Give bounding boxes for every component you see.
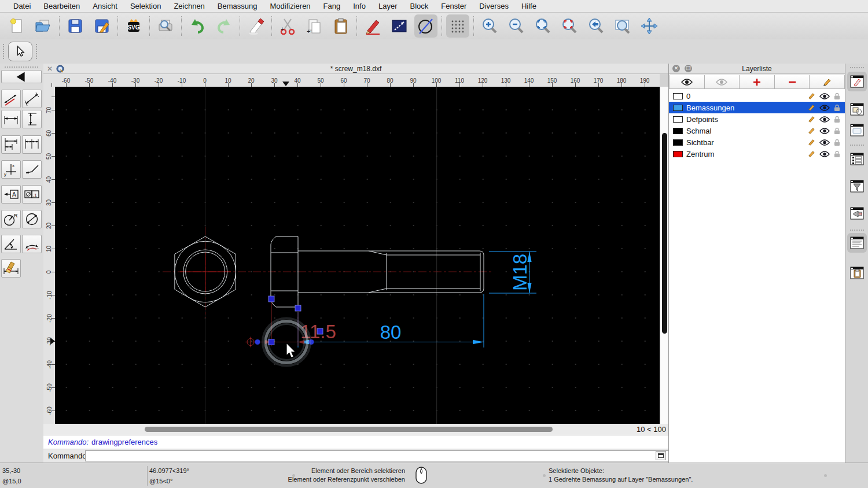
menu-item[interactable]: Ansicht (86, 2, 124, 10)
undo-button[interactable] (186, 14, 209, 38)
paste-button[interactable] (329, 14, 352, 38)
menu-item[interactable]: Datei (7, 2, 37, 10)
layer-edit-icon[interactable] (807, 116, 815, 123)
horizontal-scrollbar-thumb[interactable] (145, 427, 553, 432)
menu-item[interactable]: Diverses (473, 2, 515, 10)
dimension-m18[interactable]: M18 (489, 252, 536, 293)
edit-layer-button[interactable] (810, 75, 845, 89)
command-input[interactable] (85, 450, 694, 461)
layer-row[interactable]: Bemassungen (669, 102, 845, 113)
dim-leader-button[interactable] (22, 160, 42, 179)
copy-button[interactable]: + (303, 14, 326, 38)
pan-button[interactable] (638, 14, 661, 38)
open-file-button[interactable] (32, 14, 55, 38)
toolbar-handle[interactable] (3, 44, 4, 59)
save-as-button[interactable] (90, 14, 113, 38)
dock-handle[interactable] (850, 67, 864, 68)
menu-item[interactable]: Modifizieren (264, 2, 317, 10)
dim-baseline-button[interactable] (1, 135, 21, 154)
selection-tool-button[interactable] (8, 42, 32, 61)
add-layer-button[interactable] (740, 75, 775, 89)
menu-item[interactable]: Info (347, 2, 372, 10)
hide-all-layers-button[interactable] (705, 75, 740, 89)
block-list-toggle[interactable] (847, 99, 867, 119)
layer-row[interactable]: Sichtbar (669, 136, 845, 148)
toolbar-handle[interactable] (36, 44, 37, 59)
layer-edit-icon[interactable] (807, 127, 815, 134)
layer-lock-icon[interactable] (834, 116, 840, 123)
circle-tool-button[interactable] (414, 14, 437, 38)
vertical-scrollbar-thumb[interactable] (662, 133, 667, 334)
previous-view-button[interactable] (584, 14, 608, 38)
dim-ordinate-button[interactable]: xy (1, 160, 21, 179)
new-file-button[interactable] (5, 14, 28, 38)
dim-rotated-button[interactable] (22, 90, 42, 108)
dim-aligned-button[interactable] (1, 90, 21, 108)
layer-row[interactable]: Schmal (669, 125, 845, 136)
layer-lock-icon[interactable] (834, 104, 840, 112)
dimension-text-80[interactable]: 80 (380, 321, 402, 343)
save-button[interactable] (64, 14, 87, 38)
cut-button[interactable]: + (276, 14, 299, 38)
layer-visibility-icon[interactable] (819, 116, 830, 123)
auto-zoom-button[interactable] (531, 14, 554, 38)
info-panel-toggle[interactable] (847, 233, 867, 253)
layer-visibility-icon[interactable] (819, 93, 830, 99)
panel-handle[interactable] (5, 66, 38, 68)
layer-edit-icon[interactable] (807, 104, 815, 111)
drawing-canvas[interactable]: 80 M18 (55, 87, 660, 424)
menu-item[interactable]: Block (403, 2, 435, 10)
layer-lock-icon[interactable] (834, 93, 840, 100)
layer-edit-icon[interactable] (807, 93, 815, 99)
layer-row[interactable]: Defpoints (669, 113, 845, 125)
menu-item[interactable]: Fenster (435, 2, 473, 10)
layer-edit-icon[interactable] (807, 139, 815, 146)
line-tool-button[interactable] (388, 14, 411, 38)
zoom-in-button[interactable] (478, 14, 501, 38)
menu-item[interactable]: Zeichnen (167, 2, 211, 10)
view-list-toggle[interactable] (847, 120, 867, 140)
zoom-selection-button[interactable] (558, 14, 581, 38)
command-expand-button[interactable] (656, 451, 666, 460)
layer-row[interactable]: Zentrum (669, 148, 845, 160)
selection-filter-toggle[interactable] (847, 176, 867, 196)
layer-edit-icon[interactable] (807, 150, 815, 157)
menu-item[interactable]: Bearbeiten (37, 2, 86, 10)
grid-toggle-button[interactable] (446, 14, 469, 38)
dim-tolerance-button[interactable]: .1 (22, 185, 42, 204)
layer-row[interactable]: 0 (669, 90, 845, 102)
zoom-out-button[interactable] (505, 14, 528, 38)
draw-pencil-button[interactable] (361, 14, 384, 38)
layer-visibility-icon[interactable] (819, 139, 830, 146)
menu-item[interactable]: Layer (372, 2, 404, 10)
menu-item[interactable]: Fang (317, 2, 347, 10)
redo-button[interactable] (212, 14, 236, 38)
dim-vertical-button[interactable] (22, 110, 42, 128)
menu-item[interactable]: Selektion (124, 2, 167, 10)
show-all-layers-button[interactable] (669, 75, 705, 89)
dim-label-button[interactable]: A (1, 185, 21, 204)
print-preview-button[interactable] (154, 14, 177, 38)
layer-lock-icon[interactable] (834, 127, 840, 135)
svg-export-button[interactable]: SVG (122, 14, 145, 38)
dimension-text-m18[interactable]: M18 (509, 254, 531, 291)
dim-arc-button[interactable] (22, 235, 42, 253)
menu-item[interactable]: Bemassung (211, 2, 264, 10)
remove-layer-button[interactable] (775, 75, 810, 89)
delete-button[interactable] (244, 14, 267, 38)
dim-angular-button[interactable] (1, 235, 21, 253)
menu-item[interactable]: Hilfe (515, 2, 543, 10)
layer-list-toggle[interactable] (847, 149, 867, 169)
layer-visibility-icon[interactable] (819, 128, 830, 134)
vertical-scrollbar[interactable] (660, 87, 668, 424)
dim-horizontal-button[interactable] (1, 110, 21, 128)
dim-radial-button[interactable]: R (1, 210, 21, 228)
layer-lock-icon[interactable] (834, 139, 840, 146)
back-button[interactable] (1, 70, 42, 83)
clipboard-panel-toggle[interactable] (847, 263, 867, 283)
layer-lock-icon[interactable] (834, 150, 840, 158)
dim-diametric-button[interactable] (22, 210, 42, 228)
dim-continue-button[interactable] (22, 135, 42, 154)
command-line-toggle[interactable] (847, 204, 867, 223)
property-editor-toggle[interactable] (847, 72, 867, 91)
